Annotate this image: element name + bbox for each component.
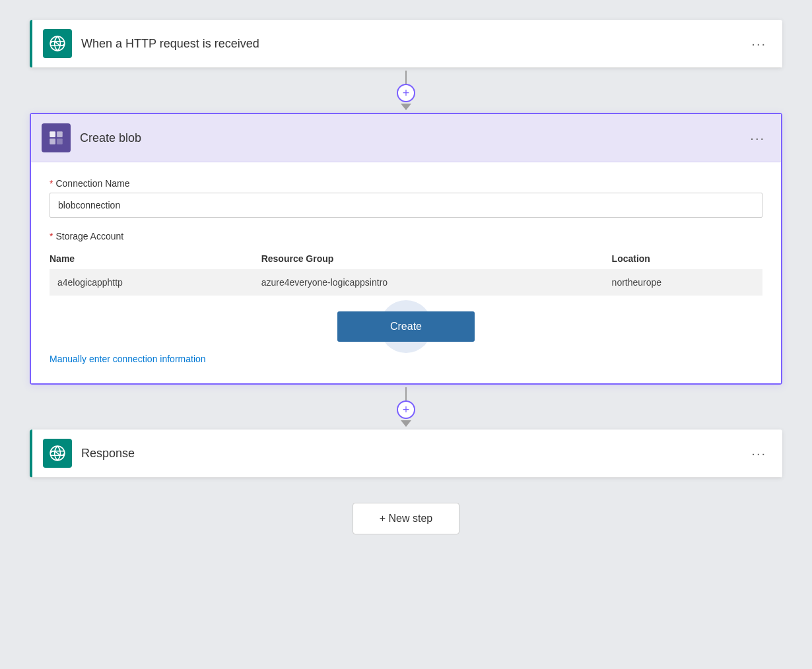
table-header-row: Name Resource Group Location: [50, 248, 762, 269]
connector-line-top-1: [405, 71, 407, 84]
connection-name-field: * Connection Name: [50, 178, 762, 218]
storage-table: Name Resource Group Location a4elogicapp…: [50, 248, 762, 296]
create-button[interactable]: Create: [337, 311, 475, 342]
response-icon: [49, 445, 66, 462]
trigger-icon-box: [43, 29, 72, 58]
connector-1: +: [397, 68, 415, 113]
trigger-card: When a HTTP request is received ···: [30, 20, 782, 68]
connector-arrow-1: [401, 104, 411, 110]
storage-location-cell: northeurope: [612, 269, 762, 296]
connector-line-top-2: [405, 387, 407, 400]
svg-rect-6: [57, 139, 63, 144]
storage-name-cell: a4elogicapphttp: [50, 269, 261, 296]
manual-connection-link[interactable]: Manually enter connection information: [50, 354, 206, 364]
connector-arrow-2: [401, 420, 411, 427]
new-step-button[interactable]: + New step: [353, 503, 459, 534]
create-blob-card: Create blob ··· * Connection Name * Stor…: [30, 113, 782, 385]
connection-name-label: * Connection Name: [50, 178, 762, 189]
table-row[interactable]: a4elogicapphttp azure4everyone-logicapps…: [50, 269, 762, 296]
response-card-header: Response ···: [30, 430, 782, 478]
create-blob-more-button[interactable]: ···: [745, 128, 770, 148]
response-card: Response ···: [30, 430, 782, 478]
svg-rect-5: [50, 139, 55, 144]
create-button-wrap: Create: [50, 311, 762, 342]
create-blob-header: Create blob ···: [31, 114, 781, 162]
storage-account-required: *: [50, 231, 53, 241]
storage-account-label: * Storage Account: [50, 231, 762, 241]
trigger-title: When a HTTP request is received: [81, 37, 746, 51]
connection-name-required: *: [50, 178, 53, 189]
response-more-button[interactable]: ···: [746, 443, 772, 464]
col-header-resource-group: Resource Group: [261, 248, 612, 269]
response-icon-box: [43, 439, 72, 468]
http-icon: [49, 35, 66, 52]
col-header-name: Name: [50, 248, 261, 269]
blob-icon-box: [42, 123, 71, 152]
add-step-button-2[interactable]: +: [397, 400, 415, 419]
add-step-button-1[interactable]: +: [397, 84, 415, 102]
create-blob-title: Create blob: [80, 131, 745, 145]
storage-resource-group-cell: azure4everyone-logicappsintro: [261, 269, 612, 296]
storage-account-section: * Storage Account Name Resource Group Lo…: [50, 231, 762, 296]
workflow-canvas: When a HTTP request is received ··· + Cr…: [30, 20, 782, 534]
connector-2: +: [397, 385, 415, 430]
trigger-more-button[interactable]: ···: [746, 34, 772, 54]
blob-icon: [48, 129, 65, 146]
svg-rect-3: [50, 131, 55, 137]
new-step-wrap: + New step: [353, 497, 459, 534]
col-header-location: Location: [612, 248, 762, 269]
create-blob-body: * Connection Name * Storage Account Name…: [31, 162, 781, 383]
response-title: Response: [81, 447, 746, 461]
connection-name-input[interactable]: [50, 193, 762, 218]
trigger-card-header: When a HTTP request is received ···: [30, 20, 782, 68]
svg-rect-4: [57, 131, 63, 137]
